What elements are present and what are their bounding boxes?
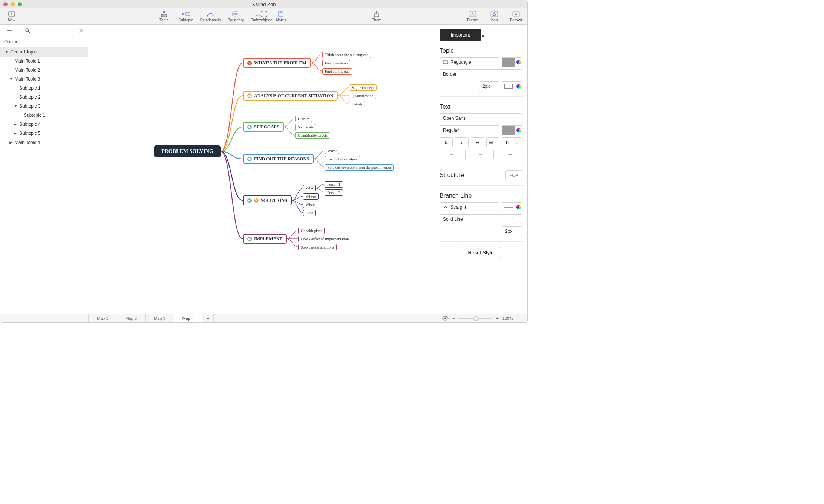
leaf-node[interactable]: Go with plans <box>298 228 325 234</box>
leaf-node[interactable]: Find out the reason from the phenomenon <box>325 164 394 171</box>
branch-node[interactable]: ?WHAT'S THE PROBLEM <box>243 58 311 68</box>
central-topic-node[interactable]: PROBLEM SOLVING <box>154 145 221 157</box>
fontsize-select[interactable]: 11⌄ <box>502 137 522 147</box>
leaf-node[interactable]: Think about the real purpose <box>322 52 371 58</box>
outline-item[interactable]: ▶Main Topic 4 <box>0 138 88 147</box>
branch-node[interactable]: ▶IMPLEMENT <box>243 234 287 244</box>
icon-button[interactable]: Icon <box>487 11 502 22</box>
strike-button[interactable]: S <box>471 137 484 147</box>
leaf-node[interactable]: Vague concept <box>349 84 377 91</box>
weight-select[interactable]: Regular⌄ <box>440 125 499 135</box>
branch-label: IMPLEMENT <box>254 236 282 242</box>
map-tab[interactable]: Map 1 <box>88 314 117 322</box>
branch-node[interactable]: ✹FIND OUT THE REASONS <box>243 154 314 164</box>
bold-button[interactable]: B <box>440 137 453 147</box>
align-center-button[interactable] <box>468 150 494 159</box>
map-tab[interactable]: Map 2 <box>117 314 146 322</box>
leaf-node[interactable]: Details <box>349 101 365 107</box>
text-colorpicker[interactable] <box>515 125 522 135</box>
branch-node[interactable]: ✔✎SOLUTIONS <box>243 195 292 205</box>
close-window-button[interactable] <box>3 2 8 6</box>
important-button[interactable]: Important <box>440 29 481 41</box>
leaf-node[interactable]: Why? <box>325 148 339 154</box>
font-select[interactable]: Open Sans⌄ <box>440 113 522 123</box>
rectangle-icon <box>443 60 448 64</box>
canvas[interactable]: PROBLEM SOLVING?WHAT'S THE PROBLEMThink … <box>88 25 434 314</box>
maximize-window-button[interactable] <box>18 2 22 6</box>
leaf-node[interactable]: Ideal condition <box>322 60 350 66</box>
leaf-node[interactable]: use tools to analyze <box>325 156 360 162</box>
leaf-node[interactable]: How <box>303 210 316 216</box>
leaf-node[interactable]: Find out the gap <box>322 68 352 75</box>
more-text-button[interactable]: M⌄ <box>486 137 499 147</box>
outline-item[interactable]: Subtopic 2 <box>0 93 88 102</box>
zoom-slider[interactable] <box>458 318 492 319</box>
reset-style-button[interactable]: Reset Style <box>461 247 501 258</box>
minimize-window-button[interactable] <box>11 2 15 6</box>
boundary-button[interactable]: Boundary <box>228 11 244 22</box>
fill-colorpicker[interactable] <box>515 57 522 67</box>
search-tab-button[interactable] <box>18 25 37 36</box>
leaf-node[interactable]: Who <box>303 185 316 191</box>
structure-button[interactable] <box>505 170 522 180</box>
border-colorpicker[interactable] <box>515 81 522 91</box>
italic-button[interactable]: I <box>455 137 468 147</box>
subleaf-node[interactable]: Person 1 <box>325 181 343 188</box>
leaf-node[interactable]: When <box>303 202 317 208</box>
map-tab[interactable]: Map 3 <box>146 314 174 322</box>
border-width-select[interactable]: 2px⌄ <box>479 81 499 91</box>
new-button[interactable]: New <box>4 11 19 22</box>
leaf-node[interactable]: Where <box>303 193 319 200</box>
shape-select[interactable]: Regtangle ⌄ <box>440 57 499 67</box>
leaf-node[interactable]: Quantifiable targets <box>295 132 330 139</box>
line-colorpicker[interactable] <box>515 202 522 212</box>
leaf-node[interactable]: Discuss <box>295 116 312 122</box>
zen-mode-button[interactable]: Zen Mode <box>255 11 272 22</box>
line-style-select[interactable]: Solid Line⌄ <box>440 214 522 224</box>
format-button[interactable]: Format <box>508 11 524 22</box>
eye-icon[interactable] <box>442 316 449 321</box>
border-swatch[interactable] <box>502 81 515 91</box>
outline-item[interactable]: Main Topic 1 <box>0 57 88 66</box>
outline-item[interactable]: ▶Subtopic 5 <box>0 129 88 138</box>
notes-button[interactable]: Notes <box>273 11 288 22</box>
text-color-swatch[interactable] <box>502 125 515 135</box>
outline-item-label: Main Topic 2 <box>15 67 40 73</box>
theme-button[interactable]: Theme <box>465 11 480 22</box>
zoom-out-button[interactable]: − <box>452 316 455 321</box>
border-select[interactable]: Border ⌄ <box>440 69 522 79</box>
branch-node[interactable]: ◎ANALYSIS OF CURRENT SITUATION <box>243 91 338 101</box>
branch-style-select[interactable]: Straight ⌄ <box>440 202 499 212</box>
outline-item[interactable]: ▼Central Topic <box>0 47 88 57</box>
topic-button[interactable]: + Topic <box>156 11 172 22</box>
important-dropdown[interactable]: ▼ <box>481 34 485 38</box>
close-pane-button[interactable] <box>79 28 83 33</box>
add-tab-button[interactable]: + <box>202 314 214 322</box>
subleaf-node[interactable]: Person 2 <box>325 189 343 196</box>
align-right-button[interactable] <box>496 150 522 159</box>
outline-item[interactable]: Subtopic 1 <box>0 111 88 120</box>
branch-node[interactable]: ✹SET GOALS <box>243 122 284 132</box>
outline-item[interactable]: ▼Subtopic 3 <box>0 102 88 111</box>
line-swatch[interactable] <box>502 202 515 212</box>
align-left-button[interactable] <box>440 150 466 159</box>
fill-swatch[interactable] <box>502 57 515 67</box>
relationship-button[interactable]: Relationship <box>200 11 221 22</box>
map-tab[interactable]: Map 4 <box>174 314 203 322</box>
leaf-node[interactable]: Sub Goals <box>295 124 316 130</box>
subtopic-button[interactable]: + Subtopic <box>178 11 193 22</box>
leaf-node[interactable]: Stop useless solutions <box>298 244 337 250</box>
zoom-dropdown[interactable]: ⌄ <box>517 316 520 320</box>
leaf-node[interactable]: Check effect of Implementation <box>298 236 351 242</box>
outline-item[interactable]: Main Topic 2 <box>0 66 88 75</box>
outline-tab-button[interactable] <box>0 25 18 36</box>
line-width-select[interactable]: 2px⌄ <box>502 226 522 236</box>
leaf-node[interactable]: Quantification <box>349 93 376 99</box>
svg-rect-14 <box>232 12 239 16</box>
outline-item[interactable]: ▶Subtopic 4 <box>0 120 88 129</box>
zoom-in-button[interactable]: + <box>496 316 498 321</box>
share-button[interactable]: Share <box>369 11 384 22</box>
outline-item[interactable]: ▼Main Topic 3 <box>0 75 88 84</box>
branch-icon: ? <box>247 61 252 65</box>
outline-item[interactable]: Subtopic 1 <box>0 84 88 93</box>
